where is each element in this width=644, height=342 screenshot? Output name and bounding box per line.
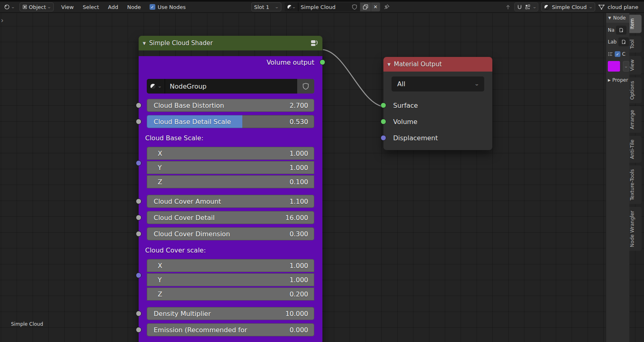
node-label-field[interactable] <box>618 37 629 46</box>
tab-item[interactable]: Item <box>629 15 642 33</box>
name-label: Na <box>608 27 614 33</box>
vector-slider-z[interactable]: Z0.200 <box>147 288 314 301</box>
material-output-header[interactable]: ▼ Material Output <box>383 57 492 72</box>
node-color-swatch[interactable] <box>608 61 620 72</box>
slider-cloud-cover-dimension[interactable]: Cloud Cover Dimension0.300 <box>147 227 314 240</box>
pin-icon[interactable] <box>383 4 390 10</box>
material-name: Simple Cloud <box>301 4 336 10</box>
fake-user-button[interactable] <box>297 79 314 94</box>
group-node-header[interactable]: ▼ Simple Cloud Shader <box>139 36 322 50</box>
tab-options[interactable]: Options <box>629 77 642 103</box>
node-panel-header[interactable]: ▼ Node <box>606 13 629 23</box>
slider-density-multiplier[interactable]: Density Multiplier10.000 <box>147 307 314 320</box>
slider-cloud-cover-amount[interactable]: Cloud Cover Amount1.100 <box>147 195 314 208</box>
slider-label: Cloud Base Distortion <box>147 102 289 109</box>
tab-view[interactable]: View <box>629 56 642 74</box>
material-slot-dropdown[interactable]: Slot 1 ⌄ <box>251 2 281 11</box>
use-nodes-toggle[interactable]: ✓ Use Nodes <box>147 2 188 11</box>
input-socket-value[interactable] <box>136 215 141 220</box>
color-dropdown-button[interactable]: ⌄ <box>623 61 629 72</box>
input-socket-value[interactable] <box>136 102 141 108</box>
collapse-triangle-icon[interactable]: ▼ <box>387 62 391 67</box>
new-material-button[interactable] <box>360 2 371 11</box>
collapse-triangle-icon[interactable]: ▼ <box>143 41 146 46</box>
menu-select[interactable]: Select <box>78 4 103 10</box>
nodetree-browse-button[interactable]: ⌄ <box>147 79 165 94</box>
axis-label: Y <box>147 276 289 284</box>
input-socket-value[interactable] <box>136 327 141 333</box>
editor-type-button[interactable]: ⌄ <box>2 2 17 11</box>
label-label: Lab <box>608 39 617 45</box>
tab-node-wrangler[interactable]: Node Wrangler <box>629 207 642 251</box>
unlink-material-button[interactable]: ✕ <box>371 2 380 11</box>
input-socket-value[interactable] <box>136 231 141 237</box>
node-name-field[interactable] <box>616 26 627 35</box>
chevron-down-icon: ⌄ <box>157 84 162 88</box>
snapping-controls[interactable]: ⌄ <box>514 2 539 11</box>
page-icon <box>619 28 624 33</box>
id-selector[interactable]: Simple Cloud ⌄ <box>541 2 595 11</box>
axis-label: Y <box>147 164 289 172</box>
shield-icon <box>302 82 309 90</box>
vector-slider-x[interactable]: X1.000 <box>147 259 314 272</box>
slider-label: Cloud Cover Amount <box>147 198 289 205</box>
node-editor-icon <box>4 4 10 10</box>
input-row-volume: Volume <box>392 113 484 130</box>
sidebar: ▼ Node Na Lab <box>606 13 644 342</box>
mesh-data-icon <box>598 4 605 11</box>
node-canvas[interactable]: › ▼ Simple Cloud Shader Volume output <box>0 13 644 342</box>
tab-anti-tile[interactable]: Anti-Tile <box>629 136 642 163</box>
fake-user-button[interactable] <box>349 2 360 11</box>
material-icon <box>544 4 549 10</box>
material-output-node[interactable]: ▼ Material Output All ⌄ SurfaceVolumeDis… <box>383 57 492 150</box>
snap-target-icon <box>525 4 531 10</box>
menu-node[interactable]: Node <box>123 4 146 10</box>
input-socket-vector[interactable] <box>136 160 141 166</box>
id-selector-label: Simple Cloud <box>552 4 587 10</box>
go-to-parent-icon[interactable] <box>505 4 511 11</box>
menu-view[interactable]: View <box>57 4 78 10</box>
shader-type-dropdown[interactable]: Object ⌄ <box>20 2 54 11</box>
target-select[interactable]: All ⌄ <box>392 76 484 91</box>
tab-texture-tools[interactable]: Texture-Tools <box>629 166 642 204</box>
chevron-down-icon: ⌄ <box>47 5 51 9</box>
vector-input-group: X1.000Y1.000Z0.200 <box>147 259 314 301</box>
vector-slider-y[interactable]: Y1.000 <box>147 161 314 174</box>
custom-color-checkbox[interactable]: ✓ <box>615 51 620 57</box>
chevron-down-icon: ⌄ <box>275 5 279 9</box>
material-name-field[interactable]: Simple Cloud <box>298 2 349 11</box>
sidebar-tabs: ItemToolViewOptionsArrangeAnti-TileTextu… <box>629 13 644 342</box>
magnet-icon <box>517 4 522 10</box>
group-node-simple-cloud-shader[interactable]: ▼ Simple Cloud Shader Volume output ⌄ <box>139 36 322 342</box>
input-socket-volume[interactable] <box>381 119 386 124</box>
slider-cloud-base-detail-scale[interactable]: Cloud Base Detail Scale0.530 <box>147 115 314 128</box>
vector-slider-y[interactable]: Y1.000 <box>147 273 314 286</box>
slider-cloud-base-distortion[interactable]: Cloud Base Distortion2.700 <box>147 99 314 112</box>
axis-value: 0.100 <box>289 178 314 186</box>
properties-panel-row[interactable]: ▶ Proper <box>608 77 629 83</box>
nodegroup-name-field[interactable]: NodeGroup <box>165 79 297 94</box>
presets-icon[interactable] <box>608 52 613 57</box>
slider-emission-recommended-for[interactable]: Emission (Recommended for0.000 <box>147 323 314 336</box>
toolbar-expand-icon[interactable]: › <box>1 16 4 24</box>
slider-value: 2.700 <box>289 102 314 109</box>
use-nodes-checkbox[interactable]: ✓ <box>150 4 155 10</box>
volume-output-socket[interactable] <box>320 59 325 65</box>
material-browse-button[interactable]: ⌄ <box>285 2 298 11</box>
tab-tool[interactable]: Tool <box>629 36 642 52</box>
tab-arrange[interactable]: Arrange <box>629 106 642 133</box>
input-socket-value[interactable] <box>136 119 141 124</box>
menu-add[interactable]: Add <box>104 4 123 10</box>
input-socket-displacement[interactable] <box>381 135 386 141</box>
input-socket-vector[interactable] <box>136 272 141 278</box>
close-icon: ✕ <box>374 4 378 10</box>
menu-bar: ViewSelectAddNode <box>57 4 146 10</box>
slider-cloud-cover-detail[interactable]: Cloud Cover Detail16.000 <box>147 211 314 224</box>
input-socket-surface[interactable] <box>381 102 386 108</box>
axis-label: X <box>147 262 289 270</box>
input-socket-value[interactable] <box>136 198 141 204</box>
vector-slider-z[interactable]: Z0.100 <box>147 175 314 188</box>
slider-value: 0.530 <box>289 118 314 126</box>
input-socket-value[interactable] <box>136 311 141 316</box>
vector-slider-x[interactable]: X1.000 <box>147 147 314 160</box>
